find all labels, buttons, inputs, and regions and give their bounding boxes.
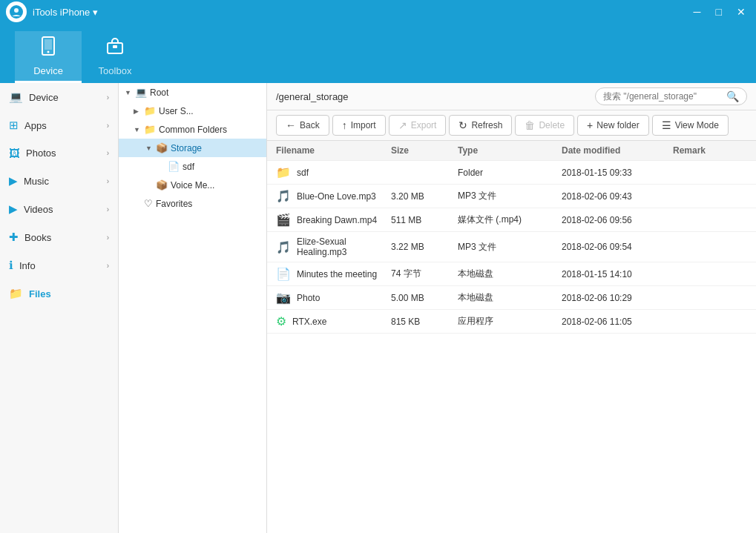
filelist-header: Filename Size Type Date modified Remark: [267, 141, 756, 161]
root-icon: 💻: [135, 87, 147, 98]
common-icon: 📁: [144, 124, 156, 135]
navtab-device[interactable]: Device: [15, 31, 82, 83]
export-icon: ↗: [398, 119, 407, 131]
navtabs: Device Toolbox: [0, 24, 756, 83]
back-button[interactable]: ← Back: [276, 115, 329, 136]
file-size: 511 MB: [391, 215, 458, 225]
export-button[interactable]: ↗ Export: [389, 115, 447, 136]
navtab-toolbox[interactable]: Toolbox: [82, 31, 148, 83]
col-remark: Remark: [673, 145, 747, 156]
files-icon: 📁: [9, 287, 23, 300]
users-label: User S...: [159, 106, 194, 116]
back-label: Back: [300, 120, 320, 130]
refresh-button[interactable]: ↻ Refresh: [449, 115, 512, 136]
viewmode-icon: ☰: [662, 119, 671, 131]
table-row[interactable]: 🎵 Blue-One Love.mp3 3.20 MB MP3 文件 2018-…: [267, 185, 756, 208]
apps-arrow: ›: [107, 122, 109, 130]
sidebar-item-photos[interactable]: 🖼 Photos ›: [0, 139, 118, 167]
table-row[interactable]: 📄 Minutes the meeting 74 字节 本地磁盘 2018-01…: [267, 262, 756, 286]
viewmode-button[interactable]: ☰ View Mode: [652, 115, 729, 136]
file-type: Folder: [458, 168, 562, 178]
photos-arrow: ›: [107, 149, 109, 157]
sidebar-item-apps[interactable]: ⊞ Apps ›: [0, 111, 118, 139]
app-logo: [6, 1, 27, 22]
file-size: 3.22 MB: [391, 242, 458, 252]
table-row[interactable]: 🎵 Elize-Sexual Healing.mp3 3.22 MB MP3 文…: [267, 232, 756, 262]
file-name-cell: 📄 Minutes the meeting: [276, 267, 391, 281]
sidebar-item-device[interactable]: 💻 Device ›: [0, 83, 118, 111]
search-icon: 🔍: [726, 90, 739, 102]
viewmode-label: View Mode: [675, 120, 719, 130]
txt-icon: 📄: [276, 267, 291, 281]
app-title-text: iTools iPhone: [33, 7, 90, 18]
mp3-icon: 🎵: [276, 240, 291, 254]
file-date: 2018-02-06 10:29: [562, 293, 673, 303]
storage-label: Storage: [171, 143, 202, 153]
app-title: iTools iPhone ▾: [33, 7, 98, 18]
svg-point-4: [47, 51, 50, 53]
table-row[interactable]: 📁 sdf Folder 2018-01-15 09:33: [267, 161, 756, 185]
tree-node-voiceme[interactable]: 📦 Voice Me...: [119, 176, 266, 194]
delete-icon: 🗑: [525, 119, 535, 131]
file-size: 3.20 MB: [391, 191, 458, 202]
back-icon: ←: [286, 119, 296, 131]
app-dropdown-arrow[interactable]: ▾: [93, 7, 98, 18]
device-icon: 💻: [9, 90, 23, 104]
table-row[interactable]: 📷 Photo 5.00 MB 本地磁盘 2018-02-06 10:29: [267, 286, 756, 310]
import-label: Import: [351, 120, 376, 130]
favorites-icon: ♡: [144, 198, 153, 209]
sidebar-item-files[interactable]: 📁 Files: [0, 279, 118, 308]
videos-icon: ▶: [9, 202, 18, 216]
minimize-button[interactable]: ─: [689, 5, 706, 19]
books-arrow: ›: [107, 234, 109, 242]
import-button[interactable]: ↑ Import: [332, 115, 386, 136]
sidebar-item-info[interactable]: ℹ Info ›: [0, 251, 118, 279]
svg-point-1: [14, 8, 19, 13]
delete-button[interactable]: 🗑 Delete: [515, 115, 574, 136]
search-input[interactable]: [603, 91, 722, 102]
sidebar-item-label-files: Files: [29, 288, 51, 299]
newfolder-button[interactable]: + New folder: [577, 115, 649, 136]
col-filename: Filename: [276, 145, 391, 156]
file-type: 应用程序: [458, 315, 562, 328]
mp3-icon: 🎵: [276, 189, 291, 203]
search-box[interactable]: 🔍: [595, 87, 747, 105]
users-icon: 📁: [144, 105, 156, 116]
file-name-cell: ⚙ RTX.exe: [276, 314, 391, 328]
titlebar: iTools iPhone ▾ ─ □ ✕: [0, 0, 756, 24]
tree-node-favorites[interactable]: ♡ Favorites: [119, 194, 266, 213]
file-name-text: Photo: [297, 293, 320, 303]
sidebar-item-videos[interactable]: ▶ Videos ›: [0, 195, 118, 223]
file-name-text: Elize-Sexual Healing.mp3: [297, 236, 391, 257]
file-type: 本地磁盘: [458, 291, 562, 304]
maximize-button[interactable]: □: [711, 5, 726, 19]
tree-node-root[interactable]: ▼ 💻 Root: [119, 83, 266, 102]
file-name-text: Breaking Dawn.mp4: [297, 215, 377, 225]
tree-node-common[interactable]: ▼ 📁 Common Folders: [119, 120, 266, 139]
music-arrow: ›: [107, 177, 109, 185]
file-name-cell: 📁 sdf: [276, 165, 391, 179]
file-size: 74 字节: [391, 268, 458, 280]
close-button[interactable]: ✕: [732, 5, 750, 19]
titlebar-left: iTools iPhone ▾: [6, 1, 98, 22]
table-row[interactable]: 🎬 Breaking Dawn.mp4 511 MB 媒体文件 (.mp4) 2…: [267, 208, 756, 232]
file-date: 2018-02-06 09:54: [562, 242, 673, 252]
file-size: 815 KB: [391, 317, 458, 327]
sidebar-item-label-videos: Videos: [24, 204, 53, 215]
file-type: MP3 文件: [458, 241, 562, 254]
tree-node-users[interactable]: ▶ 📁 User S...: [119, 102, 266, 120]
toolbar: ← Back ↑ Import ↗ Export ↻ Refresh 🗑 Del…: [267, 110, 756, 141]
table-row[interactable]: ⚙ RTX.exe 815 KB 应用程序 2018-02-06 11:05: [267, 310, 756, 334]
tree-node-sdf[interactable]: 📄 sdf: [119, 157, 266, 176]
sidebar-item-music[interactable]: ▶ Music ›: [0, 167, 118, 195]
col-type: Type: [458, 145, 562, 156]
content-area: /general_storage 🔍 ← Back ↑ Import ↗ Exp…: [267, 83, 756, 533]
newfolder-icon: +: [587, 119, 593, 131]
toolbox-tab-label: Toolbox: [99, 65, 132, 76]
sdf-label: sdf: [183, 162, 194, 172]
sidebar-item-label-music: Music: [24, 176, 49, 187]
sidebar-item-books[interactable]: ✚ Books ›: [0, 223, 118, 251]
sidebar-item-label-info: Info: [19, 260, 36, 271]
voiceme-icon: 📦: [156, 179, 168, 191]
tree-node-storage[interactable]: ▼ 📦 Storage: [119, 139, 266, 157]
